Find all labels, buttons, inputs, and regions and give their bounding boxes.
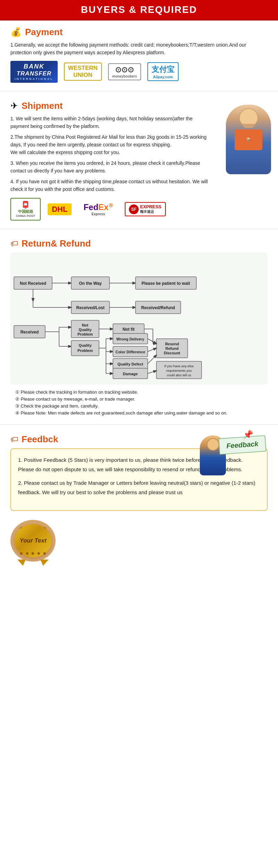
svg-text:requirements you: requirements you [166,369,191,372]
mb-icon: ⊙⊙⊙ [115,65,134,74]
svg-text:Problem: Problem [77,332,93,336]
payment-logos-row: BANK TRANSFER INTERNATIONAL WESTERN UNIO… [10,61,268,83]
shipment-item-3: 3. When you receive the items you ordere… [10,159,212,175]
feedback-heading: Feedbck [22,434,58,445]
svg-text:Quality: Quality [79,328,92,332]
header-title: BUYERS & REQUIRED [0,4,278,15]
payment-icon: 💰 [10,27,22,38]
note-3: ③ Check the package and Item, carefully. [14,403,268,409]
refund-icon: 🏷 [10,239,18,248]
svg-text:Refund: Refund [165,346,179,351]
feedback-icon: 🏷 [10,435,18,444]
gold-ribbon-area: ★ ★ ★ ★ ★ Your Text ★ ★ ★ ★ ★ [0,514,278,567]
feedback-section: 🏷 Feedbck 📌 Feedback 1. Positive Feedbac… [0,428,278,514]
refund-title-row: 🏷 Return& Refund [10,238,268,249]
feedback-note-card: Feedback [219,435,267,455]
feedback-image-area: 📌 Feedback [198,431,268,480]
received-lost-label: Received/Lost [76,305,104,310]
svg-text:If you have any else: If you have any else [164,364,194,368]
payment-description: 1.Generally, we accept the following pay… [10,41,268,57]
sf-circle: SF [129,204,139,214]
shipment-heading: Shipment [22,101,63,111]
alipay-icon: 支付宝 [152,64,174,75]
wu-label2: UNION [73,72,92,79]
bank-top-label: BANK [24,63,44,70]
dhl-label: DHL [52,205,67,214]
shipment-icon: ✈ [10,101,18,111]
feedback-item-2: 2. Please contact us by Trade Manager or… [18,478,260,497]
china-post-logo: 📮 中国邮政 CHINA POST [10,198,41,220]
moneybookers-logo: ⊙⊙⊙ moneybookers [108,63,141,80]
wrong-delivery-label: Wrong Delivery [116,337,145,341]
damage-label: Damage [123,372,138,376]
sf-text: EXPRESS 顺丰速运 [140,204,161,214]
on-the-way-label: On the Way [79,281,102,286]
delivery-illustration: 📦 [226,105,271,174]
gold-badge-container: ★ ★ ★ ★ ★ Your Text ★ ★ ★ ★ ★ [10,520,56,562]
feedback-pin-icon: 📌 [243,430,253,440]
svg-rect-24 [71,340,99,356]
please-be-patient-label: Please be patient to wait [141,281,190,286]
refund-heading: Return& Refund [22,238,91,249]
note-1: ① Please check the tracking in formation… [14,389,268,395]
feedback-card-label: Feedback [226,440,259,450]
shipment-item-2: 2.The shipment by China Post Registered … [10,133,212,156]
svg-text:could also tell us: could also tell us [167,373,191,377]
shipment-item-4: 4. If you have not got it within the shi… [10,178,212,193]
fedex-ex: Ex [98,202,108,212]
badge-label: Your Text [19,537,46,544]
feedback-visual: 📌 Feedback [200,431,266,480]
fedex-dot: ® [109,202,113,212]
flowchart-area: Not Received On the Way Please be patien… [10,252,268,385]
payment-section: 💰 Payment 1.Generally, we accept the fol… [0,21,278,88]
refund-section: 🏷 Return& Refund Not Received On the Way… [0,232,278,422]
sf-chinese: 顺丰速运 [140,209,161,214]
payment-heading: Payment [25,27,63,38]
flowchart-svg: Not Received On the Way Please be patien… [10,252,268,385]
note-4: ④ Please Note: Men made defects are not … [14,410,268,416]
payment-title-row: 💰 Payment [10,27,268,38]
color-diff-label: Color Difference [115,350,145,354]
mb-label: moneybookers [112,74,137,78]
cp-icon: 📮 [21,201,30,209]
ribbon-tail-left [17,560,26,566]
svg-text:Resend: Resend [165,342,179,346]
ribbon-tail-right [40,560,49,566]
dhl-logo: DHL [48,203,72,215]
alipay-logo: 支付宝 Alipay.com [147,62,179,81]
svg-text:Problem: Problem [77,348,93,353]
not-fit-label: Not fit [123,327,135,332]
shipping-logos-row: 📮 中国邮政 CHINA POST DHL Fed Ex ® Express S… [10,198,268,220]
shipment-section: ✈ Shipment 📦 1. We will sent the items w… [0,94,278,226]
person-head [207,438,219,451]
refund-notes: ① Please check the tracking in formation… [14,389,268,416]
svg-text:Not: Not [82,323,89,327]
wu-label: WESTERN [68,65,98,72]
fedex-main: Fed Ex ® [83,202,113,212]
sf-inner: SF EXPRESS 顺丰速运 [129,204,161,214]
bank-bottom-label: INTERNATIONAL [15,77,54,81]
sf-express-logo: SF EXPRESS 顺丰速运 [125,202,165,216]
header-banner: BUYERS & REQUIRED [0,0,278,21]
sf-express-text: EXPRESS [140,204,161,209]
shipment-item-1: 1. We will sent the items within 2-5days… [10,115,212,130]
not-received-label: Not Received [20,281,46,286]
alipay-label: Alipay.com [153,75,173,79]
cp-label: 中国邮政 [18,209,33,214]
note-2: ② Please contact us by meesage, e-mail, … [14,396,268,402]
svg-text:Discount: Discount [164,351,180,355]
badge-stars-bottom: ★ ★ ★ ★ ★ [19,550,47,556]
bank-transfer-logo: BANK TRANSFER INTERNATIONAL [10,61,58,83]
fedex-logo: Fed Ex ® Express [79,200,118,218]
fedex-fed: Fed [83,202,98,212]
shipment-text-area: 1. We will sent the items within 2-5days… [10,115,212,193]
fedex-express-label: Express [91,212,105,216]
received-label: Received [21,330,39,335]
svg-text:Quality: Quality [79,343,92,347]
received-refund-label: Received/Refund [141,305,175,310]
cp-sublabel: CHINA POST [16,214,35,218]
western-union-logo: WESTERN UNION [64,63,102,81]
quality-defect-label: Quality Defect [117,362,143,366]
bank-main-label: TRANSFER [17,70,52,77]
